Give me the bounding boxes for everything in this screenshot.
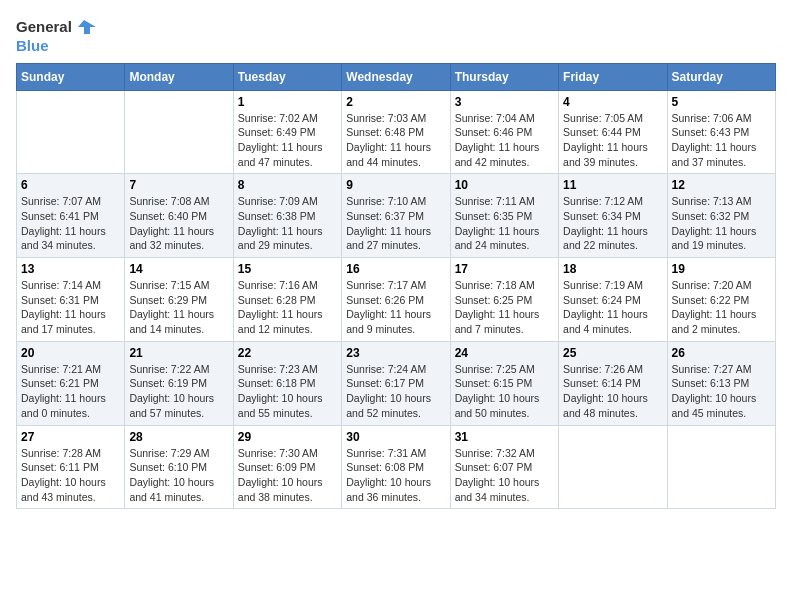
day-number: 15	[238, 262, 337, 276]
calendar-cell: 24Sunrise: 7:25 AMSunset: 6:15 PMDayligh…	[450, 341, 558, 425]
day-info: Sunrise: 7:16 AMSunset: 6:28 PMDaylight:…	[238, 278, 337, 337]
calendar-cell: 6Sunrise: 7:07 AMSunset: 6:41 PMDaylight…	[17, 174, 125, 258]
logo-bird-icon	[74, 16, 96, 38]
calendar-cell: 17Sunrise: 7:18 AMSunset: 6:25 PMDayligh…	[450, 258, 558, 342]
day-info: Sunrise: 7:24 AMSunset: 6:17 PMDaylight:…	[346, 362, 445, 421]
header-day-wednesday: Wednesday	[342, 63, 450, 90]
day-info: Sunrise: 7:32 AMSunset: 6:07 PMDaylight:…	[455, 446, 554, 505]
calendar-cell	[125, 90, 233, 174]
day-info: Sunrise: 7:14 AMSunset: 6:31 PMDaylight:…	[21, 278, 120, 337]
calendar-cell: 18Sunrise: 7:19 AMSunset: 6:24 PMDayligh…	[559, 258, 667, 342]
day-info: Sunrise: 7:05 AMSunset: 6:44 PMDaylight:…	[563, 111, 662, 170]
day-number: 18	[563, 262, 662, 276]
header-day-thursday: Thursday	[450, 63, 558, 90]
calendar-cell: 27Sunrise: 7:28 AMSunset: 6:11 PMDayligh…	[17, 425, 125, 509]
header-day-saturday: Saturday	[667, 63, 775, 90]
calendar-cell: 1Sunrise: 7:02 AMSunset: 6:49 PMDaylight…	[233, 90, 341, 174]
day-info: Sunrise: 7:31 AMSunset: 6:08 PMDaylight:…	[346, 446, 445, 505]
day-info: Sunrise: 7:26 AMSunset: 6:14 PMDaylight:…	[563, 362, 662, 421]
day-number: 27	[21, 430, 120, 444]
day-number: 30	[346, 430, 445, 444]
day-info: Sunrise: 7:04 AMSunset: 6:46 PMDaylight:…	[455, 111, 554, 170]
calendar-cell: 19Sunrise: 7:20 AMSunset: 6:22 PMDayligh…	[667, 258, 775, 342]
day-info: Sunrise: 7:15 AMSunset: 6:29 PMDaylight:…	[129, 278, 228, 337]
day-info: Sunrise: 7:30 AMSunset: 6:09 PMDaylight:…	[238, 446, 337, 505]
day-number: 25	[563, 346, 662, 360]
calendar-cell: 5Sunrise: 7:06 AMSunset: 6:43 PMDaylight…	[667, 90, 775, 174]
week-row-4: 20Sunrise: 7:21 AMSunset: 6:21 PMDayligh…	[17, 341, 776, 425]
day-info: Sunrise: 7:23 AMSunset: 6:18 PMDaylight:…	[238, 362, 337, 421]
calendar-cell: 10Sunrise: 7:11 AMSunset: 6:35 PMDayligh…	[450, 174, 558, 258]
calendar-cell: 20Sunrise: 7:21 AMSunset: 6:21 PMDayligh…	[17, 341, 125, 425]
day-number: 4	[563, 95, 662, 109]
day-number: 6	[21, 178, 120, 192]
calendar-cell: 23Sunrise: 7:24 AMSunset: 6:17 PMDayligh…	[342, 341, 450, 425]
week-row-3: 13Sunrise: 7:14 AMSunset: 6:31 PMDayligh…	[17, 258, 776, 342]
day-info: Sunrise: 7:20 AMSunset: 6:22 PMDaylight:…	[672, 278, 771, 337]
day-info: Sunrise: 7:03 AMSunset: 6:48 PMDaylight:…	[346, 111, 445, 170]
day-number: 19	[672, 262, 771, 276]
calendar-cell: 26Sunrise: 7:27 AMSunset: 6:13 PMDayligh…	[667, 341, 775, 425]
header-day-monday: Monday	[125, 63, 233, 90]
day-number: 12	[672, 178, 771, 192]
calendar-table: SundayMondayTuesdayWednesdayThursdayFrid…	[16, 63, 776, 510]
calendar-cell: 22Sunrise: 7:23 AMSunset: 6:18 PMDayligh…	[233, 341, 341, 425]
calendar-cell: 30Sunrise: 7:31 AMSunset: 6:08 PMDayligh…	[342, 425, 450, 509]
calendar-cell	[559, 425, 667, 509]
day-info: Sunrise: 7:13 AMSunset: 6:32 PMDaylight:…	[672, 194, 771, 253]
week-row-1: 1Sunrise: 7:02 AMSunset: 6:49 PMDaylight…	[17, 90, 776, 174]
calendar-cell: 7Sunrise: 7:08 AMSunset: 6:40 PMDaylight…	[125, 174, 233, 258]
day-info: Sunrise: 7:17 AMSunset: 6:26 PMDaylight:…	[346, 278, 445, 337]
day-number: 28	[129, 430, 228, 444]
day-info: Sunrise: 7:21 AMSunset: 6:21 PMDaylight:…	[21, 362, 120, 421]
calendar-cell	[667, 425, 775, 509]
calendar-cell: 8Sunrise: 7:09 AMSunset: 6:38 PMDaylight…	[233, 174, 341, 258]
day-info: Sunrise: 7:11 AMSunset: 6:35 PMDaylight:…	[455, 194, 554, 253]
day-info: Sunrise: 7:29 AMSunset: 6:10 PMDaylight:…	[129, 446, 228, 505]
day-number: 10	[455, 178, 554, 192]
header-row: SundayMondayTuesdayWednesdayThursdayFrid…	[17, 63, 776, 90]
day-number: 8	[238, 178, 337, 192]
calendar-cell: 4Sunrise: 7:05 AMSunset: 6:44 PMDaylight…	[559, 90, 667, 174]
calendar-cell: 14Sunrise: 7:15 AMSunset: 6:29 PMDayligh…	[125, 258, 233, 342]
page-header: General Blue	[16, 16, 776, 55]
day-info: Sunrise: 7:25 AMSunset: 6:15 PMDaylight:…	[455, 362, 554, 421]
calendar-cell: 13Sunrise: 7:14 AMSunset: 6:31 PMDayligh…	[17, 258, 125, 342]
day-number: 21	[129, 346, 228, 360]
day-info: Sunrise: 7:09 AMSunset: 6:38 PMDaylight:…	[238, 194, 337, 253]
day-number: 26	[672, 346, 771, 360]
day-number: 17	[455, 262, 554, 276]
calendar-cell: 12Sunrise: 7:13 AMSunset: 6:32 PMDayligh…	[667, 174, 775, 258]
day-number: 24	[455, 346, 554, 360]
day-number: 3	[455, 95, 554, 109]
logo-text-blue: Blue	[16, 38, 96, 55]
day-number: 20	[21, 346, 120, 360]
calendar-cell: 16Sunrise: 7:17 AMSunset: 6:26 PMDayligh…	[342, 258, 450, 342]
calendar-cell: 15Sunrise: 7:16 AMSunset: 6:28 PMDayligh…	[233, 258, 341, 342]
week-row-2: 6Sunrise: 7:07 AMSunset: 6:41 PMDaylight…	[17, 174, 776, 258]
calendar-cell	[17, 90, 125, 174]
calendar-cell: 21Sunrise: 7:22 AMSunset: 6:19 PMDayligh…	[125, 341, 233, 425]
day-number: 13	[21, 262, 120, 276]
day-info: Sunrise: 7:08 AMSunset: 6:40 PMDaylight:…	[129, 194, 228, 253]
calendar-cell: 11Sunrise: 7:12 AMSunset: 6:34 PMDayligh…	[559, 174, 667, 258]
calendar-cell: 2Sunrise: 7:03 AMSunset: 6:48 PMDaylight…	[342, 90, 450, 174]
day-number: 31	[455, 430, 554, 444]
day-number: 16	[346, 262, 445, 276]
day-number: 5	[672, 95, 771, 109]
day-number: 2	[346, 95, 445, 109]
day-number: 29	[238, 430, 337, 444]
day-number: 9	[346, 178, 445, 192]
day-number: 14	[129, 262, 228, 276]
day-number: 22	[238, 346, 337, 360]
calendar-cell: 3Sunrise: 7:04 AMSunset: 6:46 PMDaylight…	[450, 90, 558, 174]
calendar-cell: 25Sunrise: 7:26 AMSunset: 6:14 PMDayligh…	[559, 341, 667, 425]
day-info: Sunrise: 7:22 AMSunset: 6:19 PMDaylight:…	[129, 362, 228, 421]
day-number: 11	[563, 178, 662, 192]
header-day-tuesday: Tuesday	[233, 63, 341, 90]
day-info: Sunrise: 7:12 AMSunset: 6:34 PMDaylight:…	[563, 194, 662, 253]
day-info: Sunrise: 7:02 AMSunset: 6:49 PMDaylight:…	[238, 111, 337, 170]
day-info: Sunrise: 7:06 AMSunset: 6:43 PMDaylight:…	[672, 111, 771, 170]
logo: General Blue	[16, 16, 96, 55]
calendar-cell: 31Sunrise: 7:32 AMSunset: 6:07 PMDayligh…	[450, 425, 558, 509]
